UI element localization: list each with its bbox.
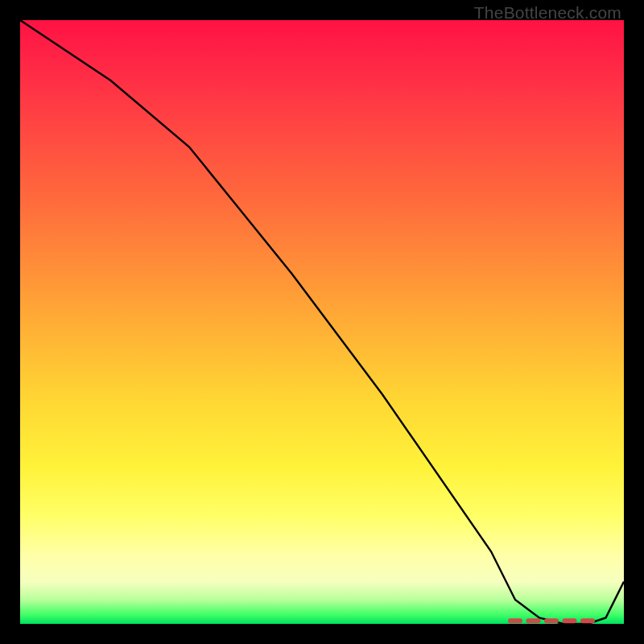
sweet-spot-marker [563,618,577,623]
bottleneck-curve [20,20,624,624]
chart-stage: TheBottleneck.com [0,0,644,644]
sweet-spot-marker [580,618,595,623]
sweet-spot-markers [508,618,595,623]
sweet-spot-marker [508,618,522,623]
chart-overlay [20,20,624,624]
sweet-spot-marker [544,618,559,623]
sweet-spot-marker [526,618,541,623]
